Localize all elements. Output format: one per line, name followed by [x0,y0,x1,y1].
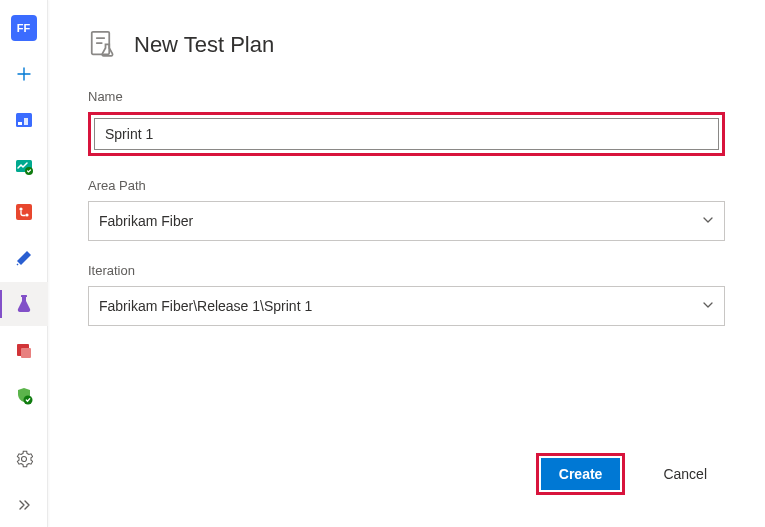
gear-icon [12,447,36,471]
plus-icon [12,62,36,86]
area-path-label: Area Path [88,178,725,193]
project-logo: FF [11,15,37,41]
sidebar-item-compliance[interactable] [0,374,48,418]
sidebar-add[interactable] [0,52,48,96]
chevron-down-icon [702,298,714,314]
svg-point-6 [19,207,22,210]
sidebar-item-test-plans[interactable] [0,282,48,326]
shield-icon [12,384,36,408]
boards-icon [12,108,36,132]
sidebar-item-boards[interactable] [0,98,48,142]
pipelines-icon [12,246,36,270]
test-plans-icon [12,292,36,316]
sidebar-settings[interactable] [0,437,48,481]
area-path-value: Fabrikam Fiber [99,213,193,229]
name-label: Name [88,89,725,104]
create-button[interactable]: Create [541,458,621,490]
sidebar-item-artifacts[interactable] [0,328,48,372]
svg-rect-1 [18,122,22,125]
chevron-double-right-icon [12,493,36,517]
sidebar-item-repos[interactable] [0,190,48,234]
sidebar-expand[interactable] [0,483,48,527]
page-title: New Test Plan [134,32,274,58]
svg-rect-8 [21,295,27,297]
field-area-path: Area Path Fabrikam Fiber [88,178,725,241]
create-highlight: Create [536,453,626,495]
cancel-button[interactable]: Cancel [645,458,725,490]
field-name: Name [88,89,725,156]
area-path-dropdown[interactable]: Fabrikam Fiber [88,201,725,241]
sidebar-item-dashboards[interactable] [0,144,48,188]
repos-icon [12,200,36,224]
page-header: New Test Plan [88,28,725,61]
name-input[interactable] [94,118,719,150]
chevron-down-icon [702,213,714,229]
dashboard-icon [12,154,36,178]
dialog-footer: Create Cancel [88,433,725,495]
test-plan-header-icon [88,28,118,61]
sidebar: FF [0,0,48,527]
svg-point-7 [25,213,28,216]
name-highlight [88,112,725,156]
sidebar-project[interactable]: FF [0,6,48,50]
main-content: New Test Plan Name Area Path Fabrikam Fi… [48,0,765,527]
field-iteration: Iteration Fabrikam Fiber\Release 1\Sprin… [88,263,725,326]
svg-rect-10 [21,348,31,358]
svg-rect-5 [16,204,32,220]
sidebar-item-pipelines[interactable] [0,236,48,280]
svg-rect-2 [24,118,28,125]
iteration-value: Fabrikam Fiber\Release 1\Sprint 1 [99,298,312,314]
artifacts-icon [12,338,36,362]
iteration-label: Iteration [88,263,725,278]
iteration-dropdown[interactable]: Fabrikam Fiber\Release 1\Sprint 1 [88,286,725,326]
